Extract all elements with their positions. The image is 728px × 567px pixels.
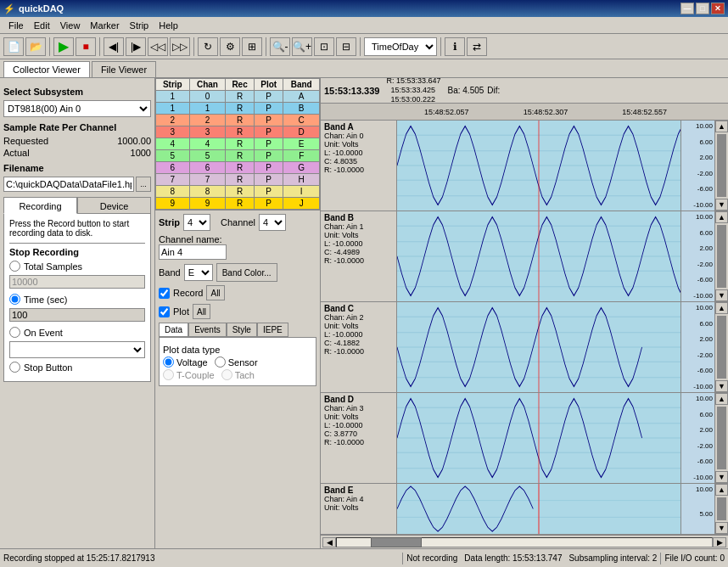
menu-view[interactable]: View	[55, 19, 86, 32]
col-plot: Plot	[254, 79, 283, 91]
scroll-thumb-c[interactable]	[717, 316, 726, 379]
zoom-fit-button[interactable]: ⊡	[314, 37, 334, 56]
data-tab[interactable]: Data	[159, 323, 188, 337]
menu-edit[interactable]: Edit	[29, 19, 55, 32]
channel-label: Channel	[221, 217, 255, 227]
grid-button[interactable]: ⊞	[242, 37, 262, 56]
stop-button-option[interactable]: Stop Button	[9, 362, 145, 373]
info-button[interactable]: ℹ	[445, 37, 465, 56]
iepe-tab[interactable]: IEPE	[257, 323, 288, 337]
on-event-select[interactable]	[9, 341, 145, 358]
scroll-thumb-e[interactable]	[717, 497, 726, 520]
table-row[interactable]: 33RPD	[156, 126, 320, 138]
sensor-option[interactable]: Sensor	[215, 356, 258, 368]
recording-tab[interactable]: Recording	[3, 197, 77, 214]
subsystem-dropdown[interactable]: DT9818(00) Ain 0	[3, 100, 151, 117]
scroll-down-c[interactable]: ▼	[715, 380, 728, 392]
menu-strip[interactable]: Strip	[125, 19, 154, 32]
open-button[interactable]: 📂	[25, 37, 46, 56]
total-samples-option[interactable]: Total Samples	[9, 261, 145, 272]
settings-button[interactable]: ⚙	[220, 37, 240, 56]
band-a-canvas[interactable]	[397, 121, 680, 211]
table-row[interactable]: 77RPH	[156, 174, 320, 186]
col-chan: Chan	[189, 79, 226, 91]
scroll-down-e[interactable]: ▼	[715, 522, 728, 534]
strip-num-select[interactable]: 4	[183, 214, 210, 231]
dif-label: Dif:	[487, 86, 500, 95]
plot-checkbox[interactable]	[159, 306, 170, 317]
style-tab[interactable]: Style	[227, 323, 257, 337]
maximize-button[interactable]: □	[696, 3, 709, 14]
band-color-button[interactable]: Band Color...	[216, 263, 277, 282]
band-e-info: Band E Chan: Ain 4 Unit: Volts	[321, 484, 397, 534]
tab-file-viewer[interactable]: File Viewer	[92, 61, 156, 77]
statusbar: Recording stopped at 15:25:17.8217913 No…	[0, 548, 728, 567]
table-row[interactable]: 99RPJ	[156, 198, 320, 210]
next-marker-button[interactable]: |▶	[126, 37, 146, 56]
scroll-down-b[interactable]: ▼	[715, 289, 728, 301]
zoom-out-button[interactable]: 🔍-	[270, 37, 290, 56]
scroll-up-d[interactable]: ▲	[715, 393, 728, 405]
events-tab[interactable]: Events	[188, 323, 227, 337]
zoom-all-button[interactable]: ⊟	[336, 37, 356, 56]
scroll-thumb-b[interactable]	[717, 225, 726, 288]
on-event-option[interactable]: On Event	[9, 327, 145, 338]
toolbar-sep5	[360, 37, 361, 56]
arrows-button[interactable]: ⇄	[467, 37, 487, 56]
table-row[interactable]: 22RPC	[156, 115, 320, 126]
table-row[interactable]: 11RPB	[156, 103, 320, 115]
band-d-canvas[interactable]	[397, 393, 680, 483]
timeofday-dropdown[interactable]: TimeOfDay	[364, 37, 437, 56]
new-button[interactable]: 📄	[3, 37, 24, 56]
plot-all-button[interactable]: All	[193, 304, 210, 319]
scroll-up-e[interactable]: ▲	[715, 484, 728, 496]
rotate-button[interactable]: ↻	[198, 37, 218, 56]
scroll-up-c[interactable]: ▲	[715, 302, 728, 314]
menu-marker[interactable]: Marker	[85, 19, 124, 32]
record-all-button[interactable]: All	[206, 285, 224, 300]
band-c-canvas[interactable]	[397, 302, 680, 392]
next-strip-button[interactable]: ▷▷	[170, 37, 190, 56]
scroll-thumb-h[interactable]	[371, 537, 422, 547]
prev-strip-button[interactable]: ◁◁	[148, 37, 168, 56]
menu-help[interactable]: Help	[154, 19, 183, 32]
horizontal-scrollbar[interactable]: ◀ ▶	[321, 535, 728, 548]
scroll-thumb-d[interactable]	[717, 407, 726, 469]
band-b-yaxis: 10.006.002.00-2.00-6.00-10.00	[680, 211, 714, 301]
table-row[interactable]: 66RPG	[156, 162, 320, 174]
scroll-left-button[interactable]: ◀	[322, 537, 336, 547]
channel-num-select[interactable]: 4	[259, 214, 286, 231]
filename-input[interactable]	[3, 177, 134, 192]
stop-button[interactable]: ■	[76, 37, 96, 56]
table-row[interactable]: 10RPA	[156, 91, 320, 103]
scroll-down-a[interactable]: ▼	[715, 199, 728, 211]
channel-name-input[interactable]	[159, 244, 227, 260]
requested-value: 1000.00	[117, 136, 151, 146]
record-checkbox[interactable]	[159, 288, 170, 299]
browse-button[interactable]: ...	[136, 177, 151, 192]
band-select[interactable]: E	[184, 264, 213, 281]
tab-collector-viewer[interactable]: Collector Viewer	[3, 61, 90, 77]
scroll-down-d[interactable]: ▼	[715, 471, 728, 483]
sample-rate-title: Sample Rate Per Channel	[3, 122, 151, 132]
scroll-thumb-a[interactable]	[717, 134, 726, 197]
zoom-in-button[interactable]: 🔍+	[292, 37, 312, 56]
close-button[interactable]: ✕	[711, 3, 725, 14]
voltage-option[interactable]: Voltage	[163, 356, 208, 368]
table-row[interactable]: 55RPF	[156, 150, 320, 162]
time-sec-input[interactable]	[9, 308, 145, 322]
band-b-canvas[interactable]	[397, 211, 680, 301]
table-row[interactable]: 88RPI	[156, 186, 320, 198]
table-row[interactable]: 44RPE	[156, 138, 320, 150]
band-e-canvas[interactable]	[397, 484, 680, 534]
menu-file[interactable]: File	[3, 19, 29, 32]
device-tab[interactable]: Device	[77, 197, 151, 214]
prev-marker-button[interactable]: ◀|	[104, 37, 124, 56]
time-sec-option[interactable]: Time (sec)	[9, 294, 145, 305]
scroll-right-button[interactable]: ▶	[713, 537, 726, 547]
minimize-button[interactable]: —	[680, 3, 694, 14]
scroll-up-a[interactable]: ▲	[715, 121, 728, 132]
record-button[interactable]: ▶	[53, 37, 74, 56]
scroll-track[interactable]	[336, 537, 713, 547]
scroll-up-b[interactable]: ▲	[715, 211, 728, 223]
